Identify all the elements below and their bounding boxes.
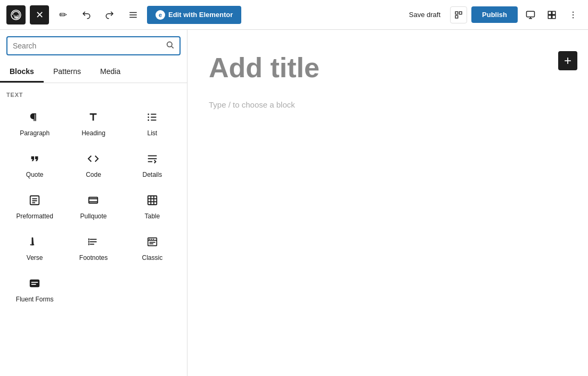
- fluent-forms-label: Fluent Forms: [16, 296, 54, 303]
- top-toolbar: ✕ ✏ e Edit with Elementor: [0, 0, 588, 30]
- search-icon: [166, 40, 174, 51]
- tabs-row: Blocks Patterns Media: [0, 62, 187, 83]
- edit-tool-button[interactable]: ✏: [53, 5, 72, 24]
- topbar-right: Save draft Publish: [404, 6, 582, 23]
- svg-rect-49: [151, 239, 152, 240]
- block-item-fluent-forms[interactable]: Fluent Forms: [6, 271, 63, 310]
- publish-button[interactable]: Publish: [471, 6, 518, 23]
- tab-patterns[interactable]: Patterns: [44, 62, 91, 83]
- blocks-grid: Paragraph Heading: [6, 104, 181, 310]
- sidebar: Blocks Patterns Media TEXT Paragraph: [0, 30, 187, 376]
- svg-rect-5: [459, 12, 462, 14]
- pullquote-icon: [87, 194, 99, 208]
- svg-rect-55: [31, 284, 36, 285]
- verse-icon: [29, 236, 40, 250]
- footnotes-label: Footnotes: [79, 254, 108, 261]
- save-draft-button[interactable]: Save draft: [404, 7, 446, 22]
- footnotes-icon: [87, 236, 99, 250]
- svg-rect-4: [455, 12, 458, 14]
- more-options-button[interactable]: [565, 6, 582, 23]
- view-post-button[interactable]: [450, 6, 467, 23]
- quote-icon: [29, 153, 40, 167]
- tab-blocks[interactable]: Blocks: [0, 62, 44, 83]
- fluent-forms-icon: [29, 277, 40, 291]
- svg-rect-13: [552, 15, 556, 18]
- block-item-list[interactable]: List: [124, 104, 181, 144]
- block-item-footnotes[interactable]: Footnotes: [65, 229, 121, 268]
- list-view-button[interactable]: [124, 5, 143, 24]
- svg-rect-32: [89, 198, 98, 203]
- elementor-icon: e: [156, 10, 165, 20]
- svg-point-14: [573, 11, 574, 12]
- svg-rect-35: [148, 196, 157, 205]
- block-item-details[interactable]: Details: [124, 146, 181, 185]
- topbar-left: ✕ ✏ e Edit with Elementor: [6, 5, 241, 24]
- svg-point-17: [167, 42, 172, 47]
- edit-elementor-button[interactable]: e Edit with Elementor: [147, 6, 241, 24]
- edit-elementor-label: Edit with Elementor: [168, 11, 233, 19]
- classic-icon: [146, 236, 158, 250]
- svg-point-16: [573, 17, 574, 18]
- block-item-code[interactable]: Code: [65, 146, 121, 185]
- preformatted-icon: [29, 194, 40, 208]
- list-icon: [146, 111, 158, 125]
- svg-point-22: [148, 113, 149, 115]
- block-item-classic[interactable]: Classic: [124, 229, 181, 268]
- table-icon: [146, 194, 158, 208]
- add-block-icon: +: [564, 54, 571, 67]
- svg-point-24: [148, 119, 149, 121]
- title-placeholder[interactable]: Add title: [209, 51, 567, 84]
- settings-button[interactable]: [543, 6, 560, 23]
- wp-logo-icon: [6, 5, 26, 24]
- blocks-content: TEXT Paragraph: [0, 83, 187, 376]
- svg-point-15: [573, 14, 574, 15]
- svg-rect-48: [149, 239, 150, 240]
- svg-rect-10: [548, 11, 551, 14]
- verse-label: Verse: [27, 254, 43, 261]
- svg-rect-7: [527, 11, 535, 17]
- preformatted-label: Preformatted: [16, 212, 53, 220]
- classic-label: Classic: [142, 254, 162, 261]
- block-item-verse[interactable]: Verse: [6, 229, 63, 268]
- block-item-quote[interactable]: Quote: [6, 146, 63, 185]
- code-label: Code: [86, 171, 101, 178]
- svg-rect-53: [30, 280, 39, 288]
- search-input[interactable]: [13, 42, 161, 50]
- pullquote-label: Pullquote: [80, 212, 107, 220]
- details-icon: [146, 153, 158, 167]
- code-icon: [87, 153, 99, 167]
- paragraph-icon: [29, 111, 40, 125]
- paragraph-label: Paragraph: [20, 129, 50, 137]
- redo-button[interactable]: [100, 5, 119, 24]
- add-block-button[interactable]: +: [558, 51, 577, 70]
- heading-icon: [87, 111, 99, 125]
- svg-rect-50: [153, 239, 154, 240]
- block-item-paragraph[interactable]: Paragraph: [6, 104, 63, 144]
- tab-media[interactable]: Media: [91, 62, 130, 83]
- list-label: List: [147, 129, 157, 137]
- editor-area: Add title Type / to choose a block +: [187, 30, 588, 376]
- block-item-preformatted[interactable]: Preformatted: [6, 187, 63, 227]
- svg-line-18: [172, 46, 174, 48]
- search-area: [0, 30, 187, 55]
- preview-button[interactable]: [522, 6, 539, 23]
- close-button[interactable]: ✕: [30, 5, 49, 24]
- heading-label: Heading: [81, 129, 105, 137]
- undo-button[interactable]: [77, 5, 96, 24]
- text-section-label: TEXT: [6, 92, 181, 98]
- svg-rect-12: [548, 15, 551, 18]
- quote-label: Quote: [26, 171, 44, 178]
- svg-rect-11: [552, 11, 556, 14]
- block-placeholder[interactable]: Type / to choose a block: [209, 95, 567, 115]
- table-label: Table: [144, 212, 160, 220]
- block-item-table[interactable]: Table: [124, 187, 181, 227]
- search-box: [6, 36, 181, 55]
- details-label: Details: [142, 171, 162, 178]
- editor-inner: Add title Type / to choose a block: [196, 51, 579, 115]
- svg-rect-6: [455, 15, 458, 18]
- block-item-pullquote[interactable]: Pullquote: [65, 187, 121, 227]
- block-item-heading[interactable]: Heading: [65, 104, 121, 144]
- main-layout: Blocks Patterns Media TEXT Paragraph: [0, 30, 588, 376]
- svg-point-23: [148, 117, 149, 118]
- svg-rect-54: [31, 282, 38, 283]
